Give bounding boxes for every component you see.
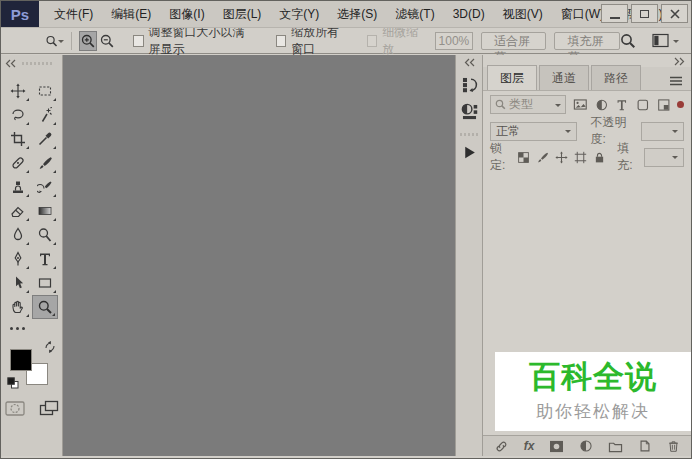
dock-drag-handle[interactable]: [22, 62, 52, 65]
resize-windows-checkbox[interactable]: 调整窗口大小以满屏显示: [133, 24, 256, 58]
filter-shape-layers-icon[interactable]: [636, 98, 650, 112]
new-adjustment-layer-icon[interactable]: [579, 439, 593, 453]
menu-layer[interactable]: 图层(L): [214, 1, 271, 27]
close-button[interactable]: [661, 4, 688, 23]
filter-type-label: 类型: [509, 96, 533, 113]
search-icon[interactable]: [620, 33, 636, 49]
quick-mask-icon[interactable]: [5, 401, 25, 416]
crop-icon: [10, 131, 26, 147]
lock-pixels-icon[interactable]: [536, 151, 549, 164]
edit-toolbar-icon[interactable]: [10, 327, 25, 330]
watermark-title: 百科全说: [529, 360, 657, 394]
lock-buttons: [517, 151, 606, 164]
pen-tool[interactable]: [5, 247, 31, 271]
menu-edit[interactable]: 编辑(E): [102, 1, 160, 27]
zoom-icon: [37, 299, 53, 315]
history-brush-tool[interactable]: [32, 175, 58, 199]
new-group-icon[interactable]: [608, 440, 623, 453]
default-colors-icon[interactable]: [7, 377, 19, 389]
tab-paths[interactable]: 路径: [591, 65, 641, 90]
foreground-color-swatch[interactable]: [10, 349, 32, 371]
crop-tool[interactable]: [5, 127, 31, 151]
clone-stamp-tool[interactable]: [5, 175, 31, 199]
rectangular-marquee-tool[interactable]: [32, 79, 58, 103]
adjustments-panel-button[interactable]: [460, 102, 479, 121]
menu-file[interactable]: 文件(F): [45, 1, 102, 27]
delete-layer-icon[interactable]: [667, 439, 680, 453]
fit-screen-button[interactable]: 适合屏幕: [481, 32, 547, 50]
new-layer-icon[interactable]: [638, 439, 652, 453]
lasso-tool[interactable]: [5, 103, 31, 127]
history-panel-button[interactable]: [460, 75, 479, 94]
layer-filter-type-dropdown[interactable]: 类型: [490, 95, 566, 114]
zoom-tool[interactable]: [32, 295, 58, 319]
path-selection-tool[interactable]: [5, 271, 31, 295]
lasso-icon: [10, 107, 26, 123]
tool-preset-chevron-icon[interactable]: [58, 40, 64, 46]
move-tool[interactable]: [5, 79, 31, 103]
layer-style-button[interactable]: fx: [524, 439, 535, 453]
blur-tool[interactable]: [5, 223, 31, 247]
chevron-down-icon: [672, 130, 678, 136]
menu-filter[interactable]: 滤镜(T): [386, 1, 443, 27]
panel-menu-button[interactable]: [669, 76, 691, 90]
filter-smart-objects-icon[interactable]: [657, 98, 671, 112]
history-panel-icon: [460, 75, 479, 94]
screen-mode-icon[interactable]: [39, 400, 59, 416]
zoom-out-icon: [99, 33, 115, 49]
scrubby-zoom-checkbox: 细微缩放: [367, 24, 420, 58]
filter-adjustment-layers-icon[interactable]: [595, 98, 609, 112]
filter-type-layers-icon[interactable]: [615, 98, 629, 112]
filter-toggle-icon[interactable]: [677, 101, 684, 108]
dodge-tool[interactable]: [32, 223, 58, 247]
type-tool[interactable]: [32, 247, 58, 271]
minimize-icon: [610, 17, 620, 19]
rectangle-tool[interactable]: [32, 271, 58, 295]
spot-healing-brush-tool[interactable]: [5, 151, 31, 175]
strip-drag-handle[interactable]: [460, 133, 479, 136]
zoom-out-button[interactable]: [99, 31, 115, 51]
hand-tool[interactable]: [5, 295, 31, 319]
brush-tool[interactable]: [32, 151, 58, 175]
eyedropper-tool[interactable]: [32, 127, 58, 151]
link-layers-icon[interactable]: [494, 439, 509, 454]
magic-wand-tool[interactable]: [32, 103, 58, 127]
gradient-icon: [37, 203, 53, 219]
zoom-tool-preset-icon[interactable]: [45, 33, 58, 49]
zoom-all-windows-checkbox[interactable]: 缩放所有窗口: [276, 24, 349, 58]
swap-colors-icon[interactable]: [44, 341, 56, 353]
tab-layers[interactable]: 图层: [487, 65, 537, 90]
zoom-in-icon: [80, 33, 96, 49]
blend-mode-dropdown[interactable]: 正常: [490, 122, 577, 141]
zoom-in-button[interactable]: [79, 31, 97, 51]
collapse-tools-icon[interactable]: [5, 59, 16, 68]
menu-type[interactable]: 文字(Y): [270, 1, 328, 27]
tab-channels[interactable]: 通道: [539, 65, 589, 90]
lock-artboard-icon[interactable]: [574, 151, 587, 164]
filter-pixel-layers-icon[interactable]: [573, 97, 588, 112]
maximize-button[interactable]: [631, 4, 658, 23]
lock-position-icon[interactable]: [555, 151, 568, 164]
add-layer-mask-icon[interactable]: [549, 440, 564, 453]
gradient-tool[interactable]: [32, 199, 58, 223]
opacity-field[interactable]: [641, 122, 684, 141]
collapse-panels-icon[interactable]: [674, 57, 685, 66]
tool-dock: [1, 55, 63, 456]
workspace-switcher[interactable]: [652, 33, 679, 48]
lock-all-icon[interactable]: [593, 151, 606, 164]
checkbox-icon: [367, 35, 377, 47]
minimize-button[interactable]: [601, 4, 628, 23]
menu-select[interactable]: 选择(S): [328, 1, 386, 27]
eraser-tool[interactable]: [5, 199, 31, 223]
actions-panel-button[interactable]: [461, 144, 478, 161]
canvas-area[interactable]: [63, 55, 455, 456]
menu-view[interactable]: 视图(V): [494, 1, 552, 27]
lock-transparency-icon[interactable]: [517, 151, 530, 164]
zoom-percent-field[interactable]: 100%: [435, 32, 473, 50]
expand-panels-icon[interactable]: [464, 58, 475, 67]
menu-3d[interactable]: 3D(D): [444, 1, 494, 27]
marquee-icon: [37, 83, 53, 99]
fill-screen-button[interactable]: 填充屏幕: [554, 32, 620, 50]
fill-field[interactable]: [644, 148, 684, 167]
menu-image[interactable]: 图像(I): [160, 1, 213, 27]
